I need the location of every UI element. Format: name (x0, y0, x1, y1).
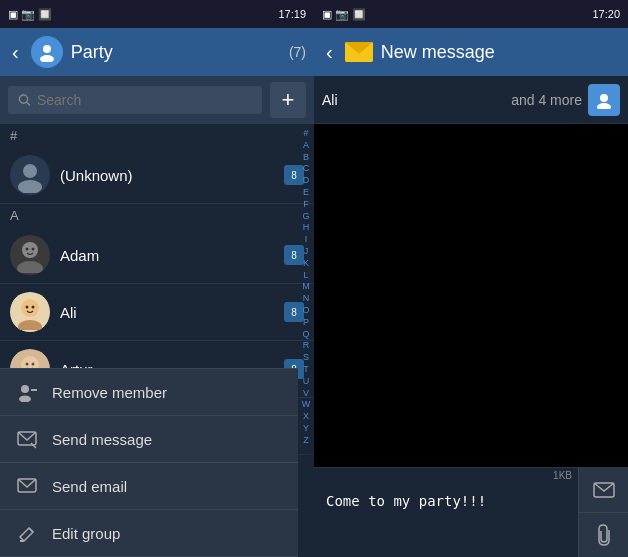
alpha-k[interactable]: K (303, 258, 309, 269)
avatar-unknown (10, 155, 50, 195)
context-menu-item-message[interactable]: Send message (0, 416, 298, 463)
svg-point-12 (21, 299, 39, 317)
search-icon (18, 93, 31, 107)
alpha-l[interactable]: L (303, 270, 308, 281)
left-nav-bar: ‹ Party (7) (0, 28, 314, 76)
svg-point-18 (26, 363, 29, 366)
alpha-y[interactable]: Y (303, 423, 309, 434)
alpha-a[interactable]: A (303, 140, 309, 151)
section-header-a: A (0, 204, 314, 227)
alpha-e[interactable]: E (303, 187, 309, 198)
svg-point-0 (43, 45, 51, 53)
context-menu-label-email: Send email (52, 478, 127, 495)
alpha-f[interactable]: F (303, 199, 309, 210)
message-input[interactable]: Come to my party!!! (314, 483, 578, 557)
svg-point-25 (19, 396, 31, 403)
svg-point-10 (32, 248, 35, 251)
context-menu-item-remove[interactable]: Remove member (0, 369, 298, 416)
alpha-g[interactable]: G (302, 211, 309, 222)
back-button[interactable]: ‹ (8, 37, 23, 68)
alpha-hash[interactable]: # (303, 128, 308, 139)
right-back-button[interactable]: ‹ (322, 37, 337, 68)
send-button[interactable] (579, 468, 628, 513)
message-area (314, 124, 628, 467)
svg-point-24 (21, 385, 29, 393)
message-input-wrap: 1KB Come to my party!!! (314, 468, 578, 557)
left-status-icons-text: ▣ 📷 🔲 (8, 8, 52, 21)
remove-member-icon (16, 381, 38, 403)
alpha-j[interactable]: J (304, 246, 309, 257)
attach-button[interactable] (579, 513, 628, 557)
svg-point-2 (19, 95, 27, 103)
context-menu-label-message: Send message (52, 431, 152, 448)
right-status-bar: ▣ 📷 🔲 17:20 (314, 0, 628, 28)
send-message-icon (16, 428, 38, 450)
alpha-s[interactable]: S (303, 352, 309, 363)
left-status-bar: ▣ 📷 🔲 17:19 (0, 0, 314, 28)
svg-line-3 (27, 102, 30, 105)
alpha-i[interactable]: I (305, 234, 308, 245)
svg-point-5 (18, 180, 42, 193)
contact-item-ali[interactable]: Ali 8 (0, 284, 314, 341)
avatar-adam (10, 235, 50, 275)
svg-point-4 (23, 164, 37, 178)
svg-point-33 (600, 94, 608, 102)
svg-point-1 (40, 55, 54, 62)
contact-item-unknown[interactable]: (Unknown) 8 (0, 147, 314, 204)
svg-point-7 (22, 242, 38, 258)
message-input-area: 1KB Come to my party!!! (314, 467, 628, 557)
search-input[interactable] (37, 92, 252, 108)
context-menu-item-edit[interactable]: Edit group (0, 510, 298, 557)
search-bar: + (0, 76, 314, 124)
alpha-m[interactable]: M (302, 281, 310, 292)
contact-name-unknown: (Unknown) (60, 167, 274, 184)
svg-point-13 (26, 306, 29, 309)
context-menu-label-remove: Remove member (52, 384, 167, 401)
contact-button[interactable] (588, 84, 620, 116)
svg-point-9 (26, 248, 29, 251)
alpha-w[interactable]: W (302, 399, 311, 410)
alpha-v[interactable]: V (303, 388, 309, 399)
alpha-q[interactable]: Q (302, 329, 309, 340)
message-actions (578, 468, 628, 557)
alpha-d[interactable]: D (303, 175, 310, 186)
alpha-p[interactable]: P (303, 317, 309, 328)
left-status-icons: ▣ 📷 🔲 (8, 8, 52, 21)
section-header-hash: # (0, 124, 314, 147)
left-panel: ▣ 📷 🔲 17:19 ‹ Party (7) + # (0, 0, 314, 557)
contact-name-ali: Ali (60, 304, 274, 321)
alpha-o[interactable]: O (302, 305, 309, 316)
right-nav-title: New message (381, 42, 495, 63)
party-nav-icon (31, 36, 63, 68)
alpha-r[interactable]: R (303, 340, 310, 351)
alpha-c[interactable]: C (303, 163, 310, 174)
alpha-t[interactable]: T (303, 364, 309, 375)
left-time: 17:19 (278, 8, 306, 20)
contact-list: # (Unknown) 8 A (0, 124, 314, 557)
svg-line-30 (29, 528, 33, 532)
right-status-icons: ▣ 📷 🔲 (322, 8, 366, 21)
avatar-ali (10, 292, 50, 332)
search-input-wrap[interactable] (8, 86, 262, 114)
alpha-u[interactable]: U (303, 376, 310, 387)
alpha-z[interactable]: Z (303, 435, 309, 446)
right-time: 17:20 (592, 8, 620, 20)
right-panel: ▣ 📷 🔲 17:20 ‹ New message Ali and 4 more (314, 0, 628, 557)
alpha-sidebar: # A B C D E F G H I J K L M N O P Q R S … (298, 124, 314, 557)
alpha-x[interactable]: X (303, 411, 309, 422)
add-button[interactable]: + (270, 82, 306, 118)
alpha-h[interactable]: H (303, 222, 310, 233)
envelope-icon (345, 42, 373, 62)
alpha-n[interactable]: N (303, 293, 310, 304)
edit-group-icon (16, 522, 38, 544)
contact-item-adam[interactable]: Adam 8 (0, 227, 314, 284)
send-email-icon (16, 475, 38, 497)
context-menu-item-email[interactable]: Send email (0, 463, 298, 510)
svg-point-19 (32, 363, 35, 366)
alpha-b[interactable]: B (303, 152, 309, 163)
context-menu-label-edit: Edit group (52, 525, 120, 542)
recipient-more: and 4 more (511, 92, 582, 108)
svg-point-34 (597, 103, 611, 109)
contact-name-adam: Adam (60, 247, 274, 264)
recipients-bar: Ali and 4 more (314, 76, 628, 124)
